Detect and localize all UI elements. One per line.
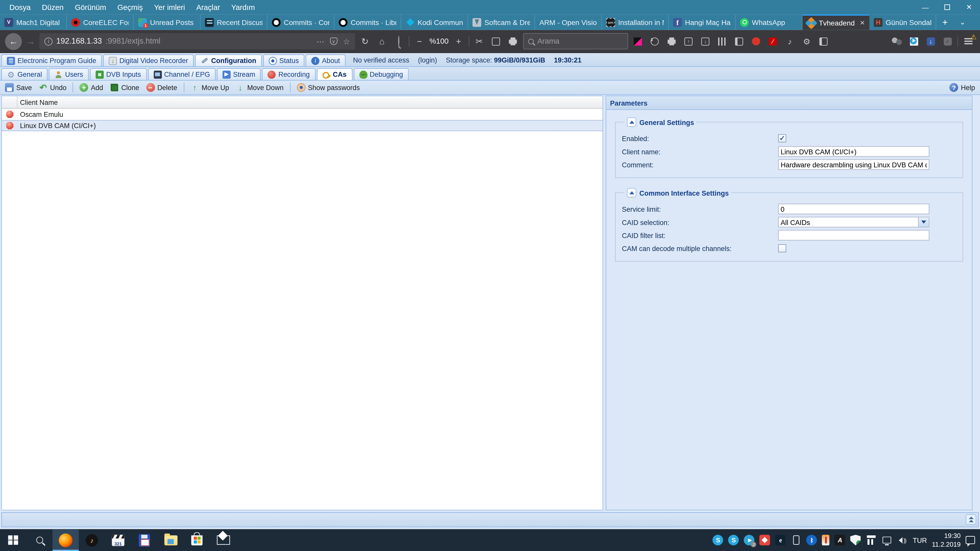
zoom-in-icon[interactable]: +	[452, 36, 466, 46]
move-down-button[interactable]: ↓Move Down	[234, 82, 286, 93]
taskbar-mpc-button[interactable]: 321	[105, 529, 131, 551]
save-page-icon[interactable]: ↑	[682, 35, 695, 48]
clone-button[interactable]: Clone	[107, 82, 142, 93]
move-up-button[interactable]: ↑Move Up	[188, 82, 232, 93]
taskbar-mail-button[interactable]	[210, 529, 236, 551]
client-name-column-header[interactable]: Client Name	[18, 96, 603, 108]
a-app-icon[interactable]: A	[835, 535, 845, 545]
tab-digital-video-recorder[interactable]: ↓Digital Video Recorder	[103, 54, 194, 66]
tab-recent-discussions[interactable]: Recent Discussio	[200, 14, 267, 30]
site-info-icon[interactable]: i	[45, 37, 52, 45]
search-icon[interactable]	[392, 36, 406, 46]
tab-mach1[interactable]: VMach1 Digital C	[0, 14, 67, 30]
temperature-monitor-icon[interactable]	[822, 535, 830, 545]
status-column-header[interactable]	[2, 96, 18, 108]
app-menu-hamburger-icon[interactable]: ⚠	[961, 35, 975, 48]
tab-close-icon[interactable]: ✕	[859, 19, 865, 26]
sidebar-icon[interactable]	[732, 35, 746, 48]
red-diamond-app-icon[interactable]	[760, 535, 770, 545]
taskbar-store-button[interactable]	[184, 529, 210, 551]
tab-unread-posts[interactable]: 1Unread Posts - L	[134, 14, 200, 30]
defender-shield-icon[interactable]	[850, 535, 861, 545]
tab-softcam[interactable]: Softcam & Drea	[468, 14, 535, 30]
tab-coreelec-forum[interactable]: CoreELEC Forum	[67, 14, 134, 30]
delete-button[interactable]: −Delete	[144, 82, 180, 93]
taskbar-search-button[interactable]	[26, 529, 52, 551]
adblock-stop-icon[interactable]	[749, 35, 763, 48]
tab-dvb-inputs[interactable]: DVB Inputs	[90, 68, 146, 80]
cut-icon[interactable]: ✂	[473, 36, 486, 46]
volume-icon[interactable]	[897, 535, 908, 545]
tab-gunun-sondakika[interactable]: HGünün Sondakik	[870, 14, 936, 30]
tab-recording[interactable]: Recording	[262, 68, 315, 80]
pocket-icon[interactable]: ∨	[330, 38, 337, 45]
taskbar-firefox-button[interactable]	[52, 529, 79, 551]
history-clock-icon[interactable]	[648, 35, 662, 48]
telegram-icon[interactable]: 2	[744, 535, 755, 545]
zoom-out-icon[interactable]: −	[412, 36, 426, 46]
menu-gorunum[interactable]: Görünüm	[69, 1, 112, 14]
tab-commits-libreelec[interactable]: Commits · LibreE	[334, 14, 401, 30]
caid-filter-list-field[interactable]	[778, 230, 929, 241]
tab-about[interactable]: iAbout	[306, 54, 345, 66]
network-icon[interactable]	[881, 535, 892, 545]
new-tab-button[interactable]: +	[936, 14, 954, 30]
tab-configuration[interactable]: Configuration	[195, 54, 262, 66]
keyboard-language[interactable]: TUR	[913, 536, 927, 544]
tab-electronic-program-guide[interactable]: Electronic Program Guide	[1, 54, 102, 66]
comment-field[interactable]	[778, 159, 929, 170]
forward-button[interactable]: →	[25, 36, 36, 46]
page-actions-icon[interactable]: ⋯	[317, 37, 325, 46]
import-page-icon[interactable]: ↓	[698, 35, 712, 48]
download-manager-icon[interactable]: ↓	[924, 35, 938, 48]
copy-icon[interactable]	[489, 35, 503, 48]
tab-hangi-mac[interactable]: fHangi Maç Hang	[669, 14, 735, 30]
table-row[interactable]: Oscam Emulu	[2, 109, 602, 120]
reload-icon[interactable]: ↻	[358, 36, 372, 46]
tab-channel-epg[interactable]: Channel / EPG	[148, 68, 215, 80]
telegram-icon[interactable]	[907, 35, 921, 48]
bluetooth-icon[interactable]: ᛒ	[807, 535, 817, 545]
taskbar-floppy-app-button[interactable]	[131, 529, 158, 551]
add-button[interactable]: +Add	[77, 82, 106, 93]
tab-whatsapp[interactable]: WhatsApp	[735, 14, 802, 30]
tab-debugging[interactable]: Debugging	[353, 68, 409, 80]
tab-stream[interactable]: Stream	[217, 68, 261, 80]
collapse-icon[interactable]	[627, 118, 636, 127]
screenshot-cam-icon[interactable]: ✓	[941, 35, 955, 48]
tab-installation[interactable]: armInstallation in M	[602, 14, 669, 30]
client-name-field[interactable]	[778, 146, 929, 157]
menu-yardim[interactable]: Yardım	[226, 1, 261, 14]
eset-icon[interactable]: e	[775, 535, 786, 545]
skype-icon[interactable]: S	[713, 535, 724, 545]
usb-eject-icon[interactable]	[791, 535, 802, 545]
tab-kodi-community[interactable]: Kodi Community	[401, 14, 468, 30]
paste-icon[interactable]	[506, 35, 520, 48]
columns-app-icon[interactable]	[866, 535, 877, 545]
login-link[interactable]: (login)	[418, 56, 437, 64]
tab-users[interactable]: Users	[49, 68, 89, 80]
tab-cas[interactable]: CAs	[317, 68, 352, 80]
tab-status[interactable]: Status	[263, 54, 304, 66]
back-button[interactable]: ←	[5, 33, 22, 50]
close-button[interactable]: ✕	[958, 0, 980, 14]
tab-general[interactable]: ⚙General	[1, 68, 48, 80]
menu-araclar[interactable]: Araçlar	[191, 1, 226, 14]
search-field[interactable]: Arama	[523, 33, 628, 49]
menu-duzen[interactable]: Düzen	[36, 1, 69, 14]
glitch-extension-icon[interactable]	[631, 35, 645, 48]
save-button[interactable]: Save	[3, 82, 35, 93]
enabled-checkbox[interactable]	[778, 135, 786, 143]
caid-selection-select[interactable]	[778, 217, 929, 227]
url-bar[interactable]: i 192.168.1.33 :9981/extjs.html ⋯ ∨ ☆	[39, 33, 355, 49]
menu-yerimleri[interactable]: Yer imleri	[148, 1, 190, 14]
menu-gecmis[interactable]: Geçmiş	[112, 1, 148, 14]
taskbar-file-explorer-button[interactable]	[158, 529, 184, 551]
tab-arm-open-vision[interactable]: ARM - Open Vision	[535, 14, 602, 30]
zoom-level[interactable]: %100	[429, 37, 449, 45]
tab-list-dropdown-button[interactable]: ⌄	[954, 14, 971, 30]
action-center-icon[interactable]	[966, 536, 975, 544]
cam-multiple-channels-checkbox[interactable]	[778, 245, 786, 252]
undo-button[interactable]: ↶Undo	[36, 82, 69, 93]
wand-extension-icon[interactable]: ⁄	[766, 35, 780, 48]
